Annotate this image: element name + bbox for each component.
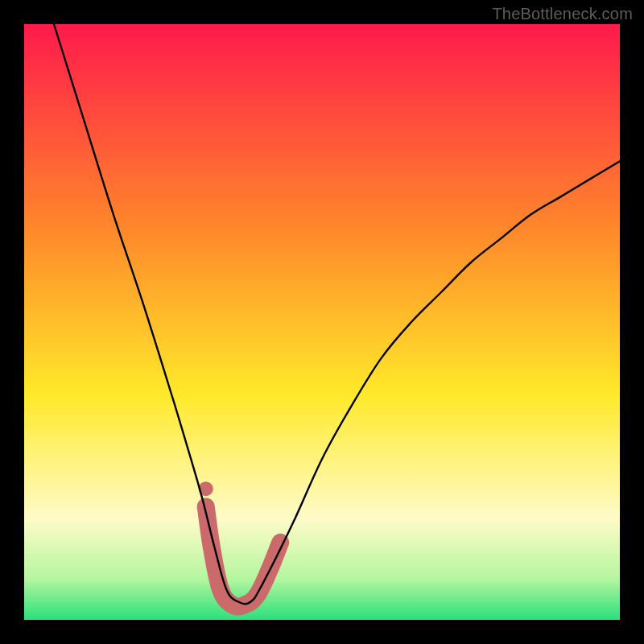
- chart-frame: TheBottleneck.com: [0, 0, 644, 644]
- plot-background: [24, 24, 620, 620]
- watermark-text: TheBottleneck.com: [492, 5, 633, 23]
- chart-svg: [0, 0, 644, 644]
